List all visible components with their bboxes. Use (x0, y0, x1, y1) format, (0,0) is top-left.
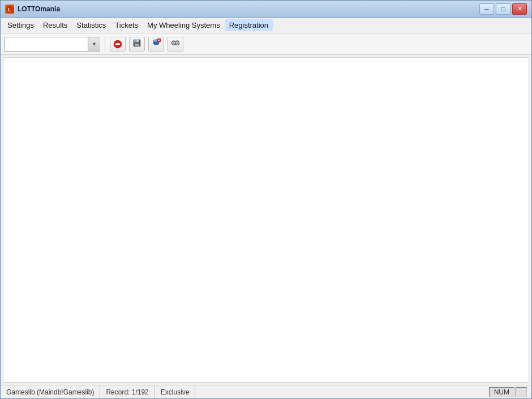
stop-button[interactable] (110, 37, 126, 52)
menu-item-registration[interactable]: Registration (225, 19, 273, 31)
window-title: LOTTOmania (18, 5, 60, 13)
stop-icon (113, 40, 122, 49)
toolbar-select[interactable] (4, 37, 100, 52)
main-content (3, 57, 529, 383)
svg-rect-14 (158, 41, 160, 41)
status-bar: Gameslib (Maindb!Gameslib) Record: 1/192… (1, 385, 531, 398)
main-window: L LOTTOmania ─ □ ✕ Settings Results Stat… (0, 0, 532, 399)
menu-item-statistics[interactable]: Statistics (72, 19, 110, 31)
title-bar: L LOTTOmania ─ □ ✕ (1, 1, 531, 18)
svg-point-18 (177, 42, 178, 44)
db-button[interactable] (148, 37, 164, 52)
find-button[interactable] (168, 37, 183, 52)
svg-rect-13 (158, 40, 160, 41)
svg-rect-7 (137, 40, 139, 42)
menu-item-results[interactable]: Results (38, 19, 72, 31)
svg-text:L: L (8, 7, 11, 12)
title-bar-left: L LOTTOmania (5, 5, 60, 14)
binoculars-icon (171, 38, 180, 49)
menu-item-settings[interactable]: Settings (3, 19, 38, 31)
minimize-button[interactable]: ─ (479, 3, 494, 15)
app-icon: L (5, 5, 14, 14)
status-gameslib: Gameslib (Maindb!Gameslib) (4, 385, 100, 398)
window-controls: ─ □ ✕ (479, 3, 527, 15)
toolbar-select-wrapper: ▼ (4, 37, 100, 52)
save-button[interactable] (129, 37, 145, 52)
status-num: NUM (489, 387, 514, 397)
status-record: Record: 1/192 (100, 385, 155, 398)
svg-point-10 (153, 42, 159, 45)
status-end-box (516, 387, 527, 397)
close-button[interactable]: ✕ (512, 3, 527, 15)
svg-rect-3 (115, 43, 120, 45)
status-exclusive: Exclusive (155, 385, 196, 398)
menu-item-tickets[interactable]: Tickets (110, 19, 143, 31)
toolbar-separator (105, 37, 105, 51)
svg-rect-19 (175, 42, 177, 44)
svg-point-17 (173, 42, 175, 44)
menu-item-wheeling-systems[interactable]: My Wheeling Systems (143, 19, 225, 31)
toolbar: ▼ (1, 33, 531, 55)
db-icon (152, 38, 161, 49)
svg-rect-6 (135, 44, 139, 46)
menu-bar: Settings Results Statistics Tickets My W… (1, 18, 531, 33)
maximize-button[interactable]: □ (496, 3, 510, 15)
save-icon (132, 38, 141, 49)
